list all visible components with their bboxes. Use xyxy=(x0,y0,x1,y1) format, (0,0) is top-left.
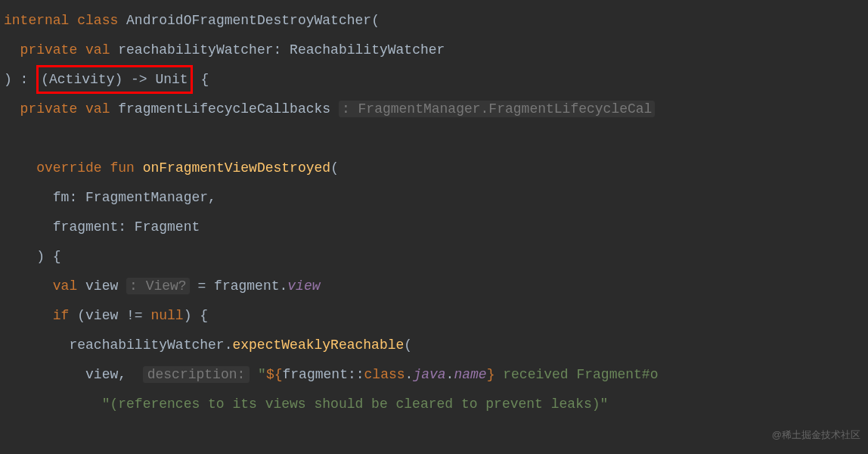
expr-fragment: fragment:: xyxy=(283,367,364,382)
type-hint-view: : View? xyxy=(126,278,190,294)
type-name: ReachabilityWatcher xyxy=(290,42,445,58)
cond-part1: (view != xyxy=(69,308,150,323)
colon: : xyxy=(274,42,290,58)
code-line-2[interactable]: private val reachabilityWatcher: Reachab… xyxy=(0,36,868,65)
method-name: onFragmentViewDestroyed xyxy=(143,160,330,176)
paren-open: ( xyxy=(330,160,339,176)
class-name: AndroidOFragmentDestroyWatcher xyxy=(126,13,371,28)
var-view: view xyxy=(85,278,118,294)
param-name: reachabilityWatcher xyxy=(118,42,273,58)
param-hint-description: description: xyxy=(143,366,250,383)
paren-open: ( xyxy=(371,13,380,28)
keyword-private: private xyxy=(20,42,78,58)
code-line-5[interactable]: override fun onFragmentViewDestroyed( xyxy=(0,154,868,183)
dot2: . xyxy=(446,367,454,382)
string-end: received Fragment#o xyxy=(494,367,658,382)
code-line-1[interactable]: internal class AndroidOFragmentDestroyWa… xyxy=(0,6,868,36)
arg-view: view xyxy=(85,367,118,382)
code-line-12[interactable]: view, description: "${fragment::class.ja… xyxy=(0,360,868,390)
paren-open: ( xyxy=(404,337,412,353)
dot: . xyxy=(405,367,414,382)
keyword-private: private xyxy=(20,101,78,117)
code-line-11[interactable]: reachabilityWatcher.expectWeaklyReachabl… xyxy=(0,331,868,360)
keyword-fun: fun xyxy=(110,160,134,176)
cond-part2: ) { xyxy=(184,308,208,323)
template-close: } xyxy=(487,367,495,382)
keyword-class: class xyxy=(364,367,405,382)
comma: , xyxy=(118,367,135,382)
prop-java: java xyxy=(413,367,445,382)
keyword-override: override xyxy=(36,160,101,176)
close-paren-brace: ) { xyxy=(36,249,60,264)
keyword-val: val xyxy=(85,42,110,58)
eq-fragment: = fragment. xyxy=(190,278,288,294)
code-line-13[interactable]: "(references to its views should be clea… xyxy=(0,390,868,419)
keyword-val: val xyxy=(85,101,110,117)
method-expect: expectWeaklyReachable xyxy=(232,337,404,353)
comma: , xyxy=(208,190,216,205)
code-line-8[interactable]: ) { xyxy=(0,242,868,272)
colon: : xyxy=(118,219,135,235)
keyword-if: if xyxy=(53,308,70,323)
colon: : xyxy=(69,190,85,205)
type-fragment: Fragment xyxy=(135,219,200,235)
code-line-6[interactable]: fm: FragmentManager, xyxy=(0,183,868,213)
highlighted-type: (Activity) -> Unit xyxy=(36,65,192,94)
type-hint: : FragmentManager.FragmentLifecycleCal xyxy=(339,101,655,117)
close-paren: ) : xyxy=(4,72,36,87)
prop-name: name xyxy=(454,367,486,382)
param-fragment: fragment xyxy=(53,219,118,235)
prop-name: fragmentLifecycleCallbacks xyxy=(118,101,330,117)
code-line-3[interactable]: ) : (Activity) -> Unit { xyxy=(0,65,868,95)
string-refs: "(references to its views should be clea… xyxy=(102,396,609,412)
code-line-7[interactable]: fragment: Fragment xyxy=(0,213,868,242)
keyword-internal: internal xyxy=(4,13,69,28)
code-line-4[interactable]: private val fragmentLifecycleCallbacks :… xyxy=(0,95,868,124)
watermark-text: @稀土掘金技术社区 xyxy=(772,430,860,440)
keyword-val: val xyxy=(53,278,77,294)
keyword-class: class xyxy=(77,13,118,28)
keyword-null: null xyxy=(150,308,183,323)
string-start: " xyxy=(250,367,266,382)
brace-open: { xyxy=(193,72,209,87)
template-open: ${ xyxy=(266,367,283,382)
param-fm: fm xyxy=(53,190,70,205)
code-line-9[interactable]: val view : View? = fragment.view xyxy=(0,272,868,301)
obj-watcher: reachabilityWatcher. xyxy=(69,337,232,353)
code-line-blank[interactable] xyxy=(0,124,868,154)
type-fm: FragmentManager xyxy=(85,190,208,205)
code-line-10[interactable]: if (view != null) { xyxy=(0,301,868,331)
prop-view: view xyxy=(287,278,320,294)
